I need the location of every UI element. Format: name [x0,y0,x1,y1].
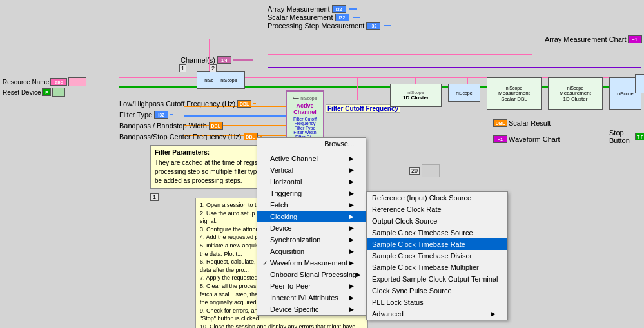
ref-clk-src-label: Reference (Input) Clock Source [372,194,471,202]
samp-clk-tb-mul-label: Sample Clock Timebase Multiplier [372,264,479,271]
menu-output-clock-source[interactable]: Output Clock Source [367,215,507,227]
array-chart-row: Array Measurement Chart ~1 [545,35,642,43]
block-10: 10 [635,74,644,93]
onboard-label: Onboard Signal Processing [270,271,356,278]
channels-ind: 1/4 [217,56,231,64]
menu-synchronization[interactable]: Synchronization ▶ [257,234,366,246]
clock-arrow: ▶ [349,213,354,220]
menu-peer-to-peer[interactable]: Peer-to-Peer ▶ [257,280,366,292]
wm-arrow: ▶ [349,260,354,266]
bandpass-width-label: Bandpass / Bandstop Width [119,122,207,130]
block-4: niScope 1D Cluster [390,84,442,107]
vert-arrow: ▶ [349,167,354,173]
instruction-10: 10. Close the session and display any er… [200,323,364,328]
device-arrow: ▶ [349,225,354,231]
filter-type-ind: I32 [154,111,168,119]
wm-label: Waveform Measurement [270,259,347,267]
menu-device-specific[interactable]: Device Specific ▶ [257,304,366,315]
num-box-1: 1 [150,193,159,201]
array-measurement-label: Array Measurement [268,5,330,13]
menu-inherent-ivi[interactable]: Inherent IVI Attributes ▶ [257,292,366,304]
stop-button-row: Stop Button T F [609,129,644,144]
filter-inputs: Low/Highpass Cutoff Frequency (Hz) DBL F… [119,100,262,140]
filter-cutoff-label: Filter Cutoff Frequency [326,104,400,113]
block-5: niScope [448,84,480,102]
separator-1 [257,151,366,151]
processing-step-label: Processing Step Measurement [268,22,364,30]
menu-exported-sample-clock[interactable]: Exported Sample Clock Output Terminal [367,273,507,285]
menu-clock-sync-pulse[interactable]: Clock Sync Pulse Source [367,285,507,296]
acq-label: Acquisition [270,247,304,255]
waveform-chart-label: Waveform Chart [509,135,560,143]
bandpass-width-ind: DBL [209,122,223,130]
scalar-result-row: DBL Scalar Result [493,119,551,127]
menu-device[interactable]: Device ▶ [257,222,366,234]
lowpass-label: Low/Highpass Cutoff Frequency (Hz) [119,100,235,108]
menu-sample-clock-tb-multiplier[interactable]: Sample Clock Timebase Multiplier [367,262,507,273]
browse-label: Browse... [324,140,354,148]
channels-label: Channel(s) [181,56,215,64]
menu-clocking[interactable]: Clocking ▶ [257,211,366,222]
menu-sample-clock-tb-source[interactable]: Sample Clock Timebase Source [367,227,507,238]
menu-sample-clock-tb-rate[interactable]: Sample Clock Timebase Rate [367,238,507,250]
menu-active-channel[interactable]: Active Channel ▶ [257,153,366,164]
reset-device-label: Reset Device [3,89,41,96]
scalar-result-ind: DBL [493,119,507,127]
ds-label: Device Specific [270,305,318,313]
menu-acquisition[interactable]: Acquisition ▶ [257,246,366,257]
menu-sample-clock-tb-divisor[interactable]: Sample Clock Timebase Divisor [367,250,507,262]
fetch-arrow: ▶ [349,202,354,208]
vert-label: Vertical [270,166,293,174]
horiz-arrow: ▶ [349,178,354,185]
context-menu-l1: Browse... Active Channel ▶ Vertical ▶ Ho… [257,137,366,316]
menu-horizontal[interactable]: Horizontal ▶ [257,176,366,188]
exp-samp-clk-label: Exported Sample Clock Output Terminal [372,275,498,283]
clock-label: Clocking [270,213,297,220]
menu-triggering[interactable]: Triggering ▶ [257,188,366,199]
waveform-meas-icon [422,164,440,177]
menu-ref-clock-rate[interactable]: Reference Clock Rate [367,204,507,215]
block-2: niScope [213,71,245,89]
reset-device-indicator: F [42,88,51,96]
num-1: 1 [179,64,186,72]
ds-arrow: ▶ [349,306,354,313]
num-2: 2 [210,64,217,72]
fetch-label: Fetch [270,201,288,209]
menu-waveform-meas[interactable]: ✓ Waveform Measurement ▶ [257,257,366,269]
bandpass-center-label: Bandpass/Stop Center Frequency (Hz) [119,133,242,140]
scalar-measurement-label: Scalar Measurement [268,14,333,21]
main-canvas: Resource Name abc Reset Device F [0,0,644,328]
menu-fetch[interactable]: Fetch ▶ [257,199,366,211]
top-measurements: Array Measurement I32 Scalar Measurement… [268,5,391,30]
onboard-arrow: ▶ [356,271,361,278]
samp-clk-tb-rate-label: Sample Clock Timebase Rate [372,240,465,248]
block-7: niScope Measurement 1D Cluster [548,77,603,110]
active-ch-label: Active Channel [270,155,318,162]
stop-button-ind[interactable]: T F [635,133,644,140]
ivi-arrow: ▶ [349,294,354,301]
scalar-result-label: Scalar Result [509,119,551,127]
resource-name-label: Resource Name [3,79,49,86]
menu-pll-lock[interactable]: PLL Lock Status [367,296,507,308]
trig-arrow: ▶ [349,190,354,197]
sync-label: Synchronization [270,236,320,244]
block-6: niScope Measurement Scalar DBL [487,77,542,110]
resource-name-indicator: abc [50,78,67,86]
array-chart-ind: ~1 [628,35,642,43]
menu-ref-clock-source[interactable]: Reference (Input) Clock Source [367,192,507,204]
trig-label: Triggering [270,189,302,197]
device-label: Device [270,224,292,232]
out-clk-src-label: Output Clock Source [372,217,438,225]
waveform-meas-row: 20 [409,164,440,177]
waveform-chart-row: ~1 Waveform Chart [493,135,560,143]
waveform-meas-num: 20 [409,167,420,175]
filter-type-label: Filter Type [119,111,152,119]
samp-clk-tb-div-label: Sample Clock Timebase Divisor [372,252,472,260]
menu-advanced[interactable]: Advanced ▶ [367,308,507,320]
horiz-label: Horizontal [270,178,302,186]
menu-browse[interactable]: Browse... [257,138,366,150]
menu-vertical[interactable]: Vertical ▶ [257,164,366,176]
niscope-1-left [68,77,86,86]
ref-clk-rate-label: Reference Clock Rate [372,206,442,213]
menu-onboard[interactable]: Onboard Signal Processing ▶ [257,269,366,280]
